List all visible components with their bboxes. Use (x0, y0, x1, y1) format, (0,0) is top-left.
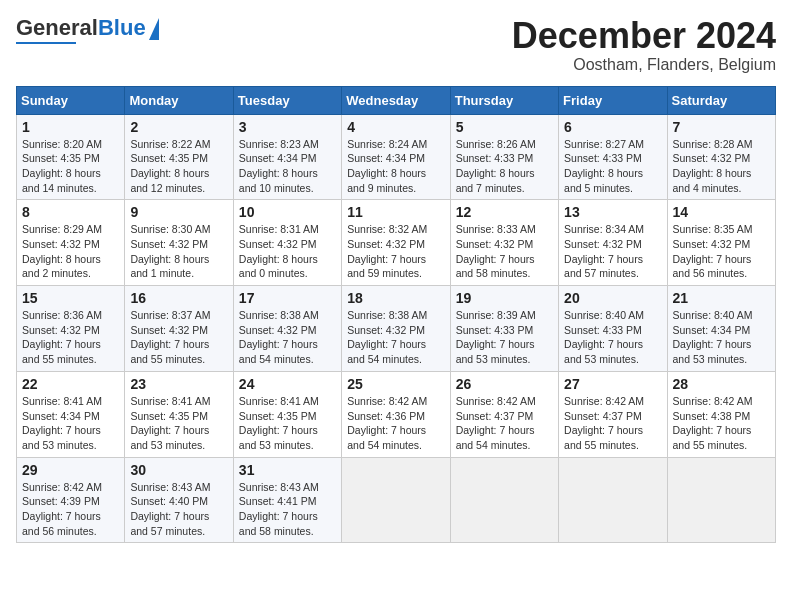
day-detail: Sunrise: 8:22 AMSunset: 4:35 PMDaylight:… (130, 138, 210, 194)
day-number: 17 (239, 290, 336, 306)
logo-text: GeneralBlue (16, 17, 146, 39)
title-area: December 2024 Oostham, Flanders, Belgium (512, 16, 776, 74)
day-detail: Sunrise: 8:33 AMSunset: 4:32 PMDaylight:… (456, 223, 536, 279)
calendar-day-cell: 24 Sunrise: 8:41 AMSunset: 4:35 PMDaylig… (233, 371, 341, 457)
day-detail: Sunrise: 8:42 AMSunset: 4:39 PMDaylight:… (22, 481, 102, 537)
day-detail: Sunrise: 8:38 AMSunset: 4:32 PMDaylight:… (239, 309, 319, 365)
calendar-week-row: 22 Sunrise: 8:41 AMSunset: 4:34 PMDaylig… (17, 371, 776, 457)
calendar-day-cell: 26 Sunrise: 8:42 AMSunset: 4:37 PMDaylig… (450, 371, 558, 457)
day-number: 15 (22, 290, 119, 306)
day-detail: Sunrise: 8:40 AMSunset: 4:33 PMDaylight:… (564, 309, 644, 365)
day-detail: Sunrise: 8:41 AMSunset: 4:34 PMDaylight:… (22, 395, 102, 451)
day-number: 25 (347, 376, 444, 392)
calendar-day-cell: 19 Sunrise: 8:39 AMSunset: 4:33 PMDaylig… (450, 286, 558, 372)
day-number: 19 (456, 290, 553, 306)
calendar-day-cell: 3 Sunrise: 8:23 AMSunset: 4:34 PMDayligh… (233, 114, 341, 200)
day-number: 1 (22, 119, 119, 135)
day-number: 22 (22, 376, 119, 392)
day-detail: Sunrise: 8:41 AMSunset: 4:35 PMDaylight:… (239, 395, 319, 451)
day-detail: Sunrise: 8:41 AMSunset: 4:35 PMDaylight:… (130, 395, 210, 451)
day-number: 30 (130, 462, 227, 478)
day-detail: Sunrise: 8:30 AMSunset: 4:32 PMDaylight:… (130, 223, 210, 279)
logo: GeneralBlue (16, 16, 159, 44)
month-title: December 2024 (512, 16, 776, 56)
day-number: 31 (239, 462, 336, 478)
calendar-day-cell: 20 Sunrise: 8:40 AMSunset: 4:33 PMDaylig… (559, 286, 667, 372)
calendar-day-cell: 11 Sunrise: 8:32 AMSunset: 4:32 PMDaylig… (342, 200, 450, 286)
calendar-day-cell: 5 Sunrise: 8:26 AMSunset: 4:33 PMDayligh… (450, 114, 558, 200)
calendar-day-cell: 18 Sunrise: 8:38 AMSunset: 4:32 PMDaylig… (342, 286, 450, 372)
day-number: 12 (456, 204, 553, 220)
day-number: 10 (239, 204, 336, 220)
day-detail: Sunrise: 8:42 AMSunset: 4:37 PMDaylight:… (564, 395, 644, 451)
day-number: 2 (130, 119, 227, 135)
day-number: 6 (564, 119, 661, 135)
day-number: 13 (564, 204, 661, 220)
calendar-day-cell: 25 Sunrise: 8:42 AMSunset: 4:36 PMDaylig… (342, 371, 450, 457)
weekday-header: Tuesday (233, 86, 341, 114)
calendar-day-cell: 4 Sunrise: 8:24 AMSunset: 4:34 PMDayligh… (342, 114, 450, 200)
calendar-day-cell: 2 Sunrise: 8:22 AMSunset: 4:35 PMDayligh… (125, 114, 233, 200)
calendar-day-cell: 6 Sunrise: 8:27 AMSunset: 4:33 PMDayligh… (559, 114, 667, 200)
day-number: 11 (347, 204, 444, 220)
calendar-day-cell: 17 Sunrise: 8:38 AMSunset: 4:32 PMDaylig… (233, 286, 341, 372)
location-label: Oostham, Flanders, Belgium (512, 56, 776, 74)
calendar-day-cell (342, 457, 450, 543)
calendar-week-row: 1 Sunrise: 8:20 AMSunset: 4:35 PMDayligh… (17, 114, 776, 200)
day-detail: Sunrise: 8:31 AMSunset: 4:32 PMDaylight:… (239, 223, 319, 279)
day-detail: Sunrise: 8:29 AMSunset: 4:32 PMDaylight:… (22, 223, 102, 279)
day-number: 24 (239, 376, 336, 392)
day-number: 16 (130, 290, 227, 306)
day-detail: Sunrise: 8:40 AMSunset: 4:34 PMDaylight:… (673, 309, 753, 365)
day-detail: Sunrise: 8:28 AMSunset: 4:32 PMDaylight:… (673, 138, 753, 194)
weekday-header-row: SundayMondayTuesdayWednesdayThursdayFrid… (17, 86, 776, 114)
calendar-table: SundayMondayTuesdayWednesdayThursdayFrid… (16, 86, 776, 544)
day-number: 28 (673, 376, 770, 392)
day-number: 9 (130, 204, 227, 220)
calendar-day-cell: 9 Sunrise: 8:30 AMSunset: 4:32 PMDayligh… (125, 200, 233, 286)
day-number: 18 (347, 290, 444, 306)
calendar-day-cell: 13 Sunrise: 8:34 AMSunset: 4:32 PMDaylig… (559, 200, 667, 286)
weekday-header: Thursday (450, 86, 558, 114)
day-number: 5 (456, 119, 553, 135)
page-header: GeneralBlue December 2024 Oostham, Fland… (16, 16, 776, 74)
day-number: 29 (22, 462, 119, 478)
calendar-week-row: 8 Sunrise: 8:29 AMSunset: 4:32 PMDayligh… (17, 200, 776, 286)
day-number: 21 (673, 290, 770, 306)
calendar-day-cell: 14 Sunrise: 8:35 AMSunset: 4:32 PMDaylig… (667, 200, 775, 286)
day-detail: Sunrise: 8:42 AMSunset: 4:37 PMDaylight:… (456, 395, 536, 451)
day-detail: Sunrise: 8:20 AMSunset: 4:35 PMDaylight:… (22, 138, 102, 194)
day-detail: Sunrise: 8:42 AMSunset: 4:38 PMDaylight:… (673, 395, 753, 451)
weekday-header: Monday (125, 86, 233, 114)
day-number: 3 (239, 119, 336, 135)
day-detail: Sunrise: 8:38 AMSunset: 4:32 PMDaylight:… (347, 309, 427, 365)
weekday-header: Saturday (667, 86, 775, 114)
day-detail: Sunrise: 8:27 AMSunset: 4:33 PMDaylight:… (564, 138, 644, 194)
calendar-day-cell: 21 Sunrise: 8:40 AMSunset: 4:34 PMDaylig… (667, 286, 775, 372)
day-detail: Sunrise: 8:43 AMSunset: 4:41 PMDaylight:… (239, 481, 319, 537)
calendar-day-cell: 31 Sunrise: 8:43 AMSunset: 4:41 PMDaylig… (233, 457, 341, 543)
day-detail: Sunrise: 8:34 AMSunset: 4:32 PMDaylight:… (564, 223, 644, 279)
calendar-day-cell: 29 Sunrise: 8:42 AMSunset: 4:39 PMDaylig… (17, 457, 125, 543)
day-number: 26 (456, 376, 553, 392)
weekday-header: Wednesday (342, 86, 450, 114)
logo-underline (16, 42, 76, 44)
day-number: 23 (130, 376, 227, 392)
calendar-day-cell: 15 Sunrise: 8:36 AMSunset: 4:32 PMDaylig… (17, 286, 125, 372)
calendar-day-cell: 16 Sunrise: 8:37 AMSunset: 4:32 PMDaylig… (125, 286, 233, 372)
day-detail: Sunrise: 8:35 AMSunset: 4:32 PMDaylight:… (673, 223, 753, 279)
logo-arrow-icon (149, 18, 159, 40)
day-detail: Sunrise: 8:36 AMSunset: 4:32 PMDaylight:… (22, 309, 102, 365)
day-detail: Sunrise: 8:26 AMSunset: 4:33 PMDaylight:… (456, 138, 536, 194)
day-detail: Sunrise: 8:39 AMSunset: 4:33 PMDaylight:… (456, 309, 536, 365)
calendar-day-cell: 8 Sunrise: 8:29 AMSunset: 4:32 PMDayligh… (17, 200, 125, 286)
day-detail: Sunrise: 8:24 AMSunset: 4:34 PMDaylight:… (347, 138, 427, 194)
day-detail: Sunrise: 8:32 AMSunset: 4:32 PMDaylight:… (347, 223, 427, 279)
calendar-week-row: 15 Sunrise: 8:36 AMSunset: 4:32 PMDaylig… (17, 286, 776, 372)
day-detail: Sunrise: 8:37 AMSunset: 4:32 PMDaylight:… (130, 309, 210, 365)
weekday-header: Friday (559, 86, 667, 114)
day-number: 27 (564, 376, 661, 392)
calendar-day-cell: 30 Sunrise: 8:43 AMSunset: 4:40 PMDaylig… (125, 457, 233, 543)
day-detail: Sunrise: 8:42 AMSunset: 4:36 PMDaylight:… (347, 395, 427, 451)
day-number: 7 (673, 119, 770, 135)
